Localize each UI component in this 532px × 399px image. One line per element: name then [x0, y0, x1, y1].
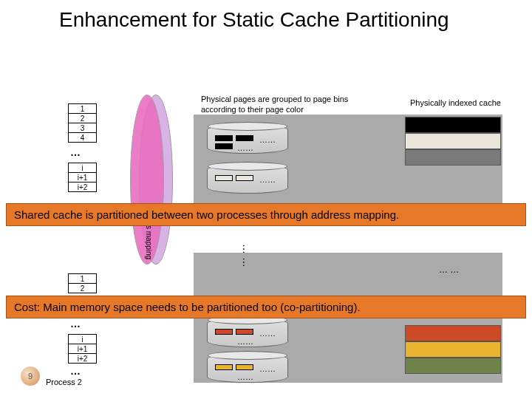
cell: i: [69, 335, 97, 344]
cache-row: [405, 325, 501, 341]
bin-dots: ……: [237, 372, 253, 381]
banner-cost: Cost: Main memory space needs to be part…: [6, 296, 526, 318]
bin-dots: ……: [259, 175, 276, 184]
cache-row: [405, 358, 501, 374]
cell: 4: [69, 133, 97, 143]
process2-table-a: 1 2: [68, 273, 97, 293]
banner-shared: Shared cache is partitioned between two …: [6, 203, 526, 226]
page-bin: …… ……: [207, 318, 288, 347]
ellipsis: …: [70, 318, 81, 330]
mapping-label: ss mapping: [145, 222, 153, 259]
ellipsis: …: [70, 146, 81, 158]
page-icon: [215, 329, 233, 335]
bin-dots: ……: [259, 135, 276, 144]
cell: i+2: [69, 354, 97, 364]
page-icon: [215, 364, 233, 370]
process1-table-b: i i+1 i+2: [68, 163, 97, 192]
cell: i+1: [69, 173, 97, 183]
cell: i+1: [69, 344, 97, 354]
caption-cache: Physically indexed cache: [410, 98, 501, 109]
cell: 3: [69, 123, 97, 133]
page-icon: [215, 143, 233, 149]
page-icon: [236, 175, 253, 181]
bin-dots: ……: [259, 329, 276, 338]
page-icon: [236, 135, 253, 141]
bin-dots: ……: [259, 364, 276, 373]
cell: 1: [69, 104, 97, 114]
caption-pagebins: Physical pages are grouped to page bins …: [201, 95, 371, 115]
cache-row: [405, 149, 501, 166]
page-bin: …… ……: [207, 124, 288, 154]
page-title: Enhancement for Static Cache Partitionin…: [59, 7, 449, 33]
page-icon: [215, 175, 233, 181]
page-bin: ……: [207, 164, 288, 194]
process2-table-b: i i+1 i+2: [68, 334, 97, 364]
cell: i: [69, 163, 97, 173]
page-icon: [236, 329, 253, 335]
bin-dots: ……: [237, 143, 253, 152]
process2-label: Process 2: [46, 378, 82, 386]
cell: 2: [69, 114, 97, 123]
ellipsis: …: [70, 365, 81, 377]
cache-row: [405, 117, 501, 133]
cache-row: [405, 341, 501, 358]
page-bin: …… ……: [207, 353, 288, 383]
slide-number: 9: [21, 366, 40, 386]
bin-dots: ……: [237, 337, 253, 346]
page-icon: [215, 135, 233, 141]
cell: i+2: [69, 183, 97, 192]
page-icon: [236, 364, 253, 370]
cache-dots: … …: [439, 265, 459, 276]
cell: 2: [69, 284, 97, 293]
cache-row: [405, 133, 501, 149]
cell: 1: [69, 274, 97, 284]
vertical-dots: … …: [241, 244, 253, 267]
process1-table-a: 1 2 3 4: [68, 103, 97, 143]
